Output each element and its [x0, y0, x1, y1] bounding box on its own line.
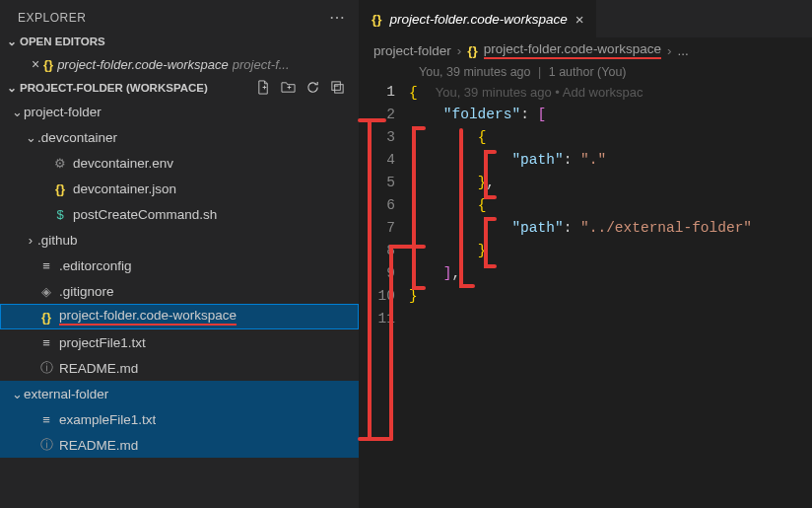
dollar-icon: $	[51, 207, 69, 222]
tree-label: .devcontainer	[37, 130, 117, 145]
gitlens-codelens[interactable]: You, 39 minutes ago | 1 author (You)	[360, 63, 812, 81]
code-line[interactable]: "folders": [	[409, 104, 812, 126]
tree-label: devcontainer.env	[73, 156, 173, 171]
code-editor[interactable]: 1234567891011 {You, 39 minutes ago • Add…	[360, 81, 812, 508]
chevron-down-icon: ⌄	[4, 81, 20, 95]
tree-label: exampleFile1.txt	[59, 412, 156, 427]
tree-label: project-folder	[24, 105, 102, 119]
tree-file[interactable]: ⚙devcontainer.env	[0, 150, 359, 176]
breadcrumb-part[interactable]: project-folder	[373, 43, 451, 58]
tab-workspace-file[interactable]: {} project-folder.code-workspace ×	[360, 0, 597, 37]
code-line[interactable]: {You, 39 minutes ago • Add workspac	[409, 81, 812, 104]
workspace-section[interactable]: ⌄ PROJECT-FOLDER (WORKSPACE)	[0, 76, 359, 99]
new-folder-icon[interactable]	[281, 80, 296, 95]
refresh-icon[interactable]	[305, 80, 320, 95]
tree-file[interactable]: ≡projectFile1.txt	[0, 329, 359, 355]
code-line[interactable]: }	[409, 240, 812, 262]
close-icon[interactable]: ×	[28, 56, 43, 72]
chevron-down-icon: ⌄	[10, 105, 24, 119]
breadcrumb-part[interactable]: ...	[677, 43, 688, 58]
chevron-right-icon: ›	[457, 43, 462, 58]
code-line[interactable]: ],	[409, 262, 812, 285]
tree-folder[interactable]: ⌄external-folder	[0, 381, 359, 406]
tree-file[interactable]: ⓘREADME.md	[0, 432, 359, 458]
json-icon: {}	[37, 310, 55, 325]
inline-blame: You, 39 minutes ago • Add workspac	[436, 85, 643, 100]
close-icon[interactable]: ×	[575, 11, 584, 28]
gitlens-author: You, 39 minutes ago	[419, 65, 531, 79]
explorer-title: EXPLORER	[18, 11, 86, 25]
open-editor-item[interactable]: × {} project-folder.code-workspace proje…	[0, 52, 359, 76]
code-line[interactable]: "path": "../external-folder"	[409, 217, 812, 240]
tree-file[interactable]: ◈.gitignore	[0, 278, 359, 304]
collapse-all-icon[interactable]	[330, 80, 345, 95]
chevron-down-icon: ⌄	[10, 387, 24, 401]
file-lines-icon: ≡	[37, 412, 55, 427]
tab-label: project-folder.code-workspace	[390, 12, 568, 27]
explorer-header: EXPLORER ⋯	[0, 0, 359, 31]
tree-label: projectFile1.txt	[59, 335, 146, 350]
chevron-right-icon: ›	[667, 43, 672, 58]
tree-file[interactable]: ≡exampleFile1.txt	[0, 406, 359, 432]
code-line[interactable]: {	[409, 126, 812, 149]
json-icon: {}	[467, 43, 478, 58]
info-icon: ⓘ	[37, 436, 55, 454]
file-tree[interactable]: ⌄project-folder⌄.devcontainer⚙devcontain…	[0, 99, 359, 508]
chevron-down-icon: ⌄	[24, 130, 37, 145]
open-editors-label: OPEN EDITORS	[20, 36, 105, 47]
json-icon: {}	[43, 57, 53, 72]
tree-label: .gitignore	[59, 284, 114, 299]
open-editor-path: project-f...	[233, 57, 290, 72]
file-lines-icon: ≡	[37, 258, 55, 273]
json-icon: {}	[51, 181, 69, 196]
line-gutter: 1234567891011	[360, 81, 409, 508]
tree-file[interactable]: {}project-folder.code-workspace	[0, 304, 359, 329]
open-editors-section[interactable]: ⌄ OPEN EDITORS	[0, 31, 359, 52]
tree-label: postCreateCommand.sh	[73, 207, 217, 222]
file-lines-icon: ≡	[37, 335, 55, 350]
code-line[interactable]: "path": "."	[409, 149, 812, 172]
tree-folder[interactable]: ⌄.devcontainer	[0, 124, 359, 150]
code-line[interactable]: },	[409, 172, 812, 194]
breadcrumb[interactable]: project-folder › {} project-folder.code-…	[360, 37, 812, 63]
tree-folder[interactable]: ⌄project-folder	[0, 99, 359, 124]
workspace-actions	[256, 80, 351, 95]
tree-folder[interactable]: ›.github	[0, 227, 359, 253]
chevron-down-icon: ⌄	[4, 35, 20, 48]
info-icon: ⓘ	[37, 359, 55, 377]
breadcrumb-part[interactable]: project-folder.code-workspace	[484, 41, 661, 59]
more-actions-icon[interactable]: ⋯	[329, 8, 346, 27]
gear-icon: ⚙	[51, 156, 69, 171]
tree-label: README.md	[59, 361, 138, 376]
tree-file[interactable]: ⓘREADME.md	[0, 355, 359, 381]
gitlens-authors: 1 author (You)	[549, 65, 627, 79]
tree-file[interactable]: $postCreateCommand.sh	[0, 201, 359, 227]
editor-group: {} project-folder.code-workspace × proje…	[360, 0, 812, 508]
explorer-sidebar: EXPLORER ⋯ ⌄ OPEN EDITORS × {} project-f…	[0, 0, 360, 508]
chevron-right-icon: ›	[24, 233, 37, 248]
tree-label: .editorconfig	[59, 258, 132, 273]
open-editor-label: project-folder.code-workspace	[57, 57, 229, 72]
code-content[interactable]: {You, 39 minutes ago • Add workspac "fol…	[409, 81, 812, 508]
code-line[interactable]	[409, 308, 812, 330]
new-file-icon[interactable]	[256, 80, 271, 95]
code-line[interactable]: {	[409, 194, 812, 217]
tree-label: project-folder.code-workspace	[59, 308, 237, 326]
workspace-label: PROJECT-FOLDER (WORKSPACE)	[20, 82, 208, 94]
gitignore-icon: ◈	[37, 284, 55, 299]
editor-tabs: {} project-folder.code-workspace ×	[360, 0, 812, 37]
tree-file[interactable]: {}devcontainer.json	[0, 176, 359, 201]
tree-label: README.md	[59, 438, 138, 453]
tree-label: external-folder	[24, 387, 108, 401]
tree-label: .github	[37, 233, 78, 248]
code-line[interactable]: }	[409, 285, 812, 308]
tree-label: devcontainer.json	[73, 181, 176, 196]
json-icon: {}	[372, 12, 382, 27]
tree-file[interactable]: ≡.editorconfig	[0, 253, 359, 278]
